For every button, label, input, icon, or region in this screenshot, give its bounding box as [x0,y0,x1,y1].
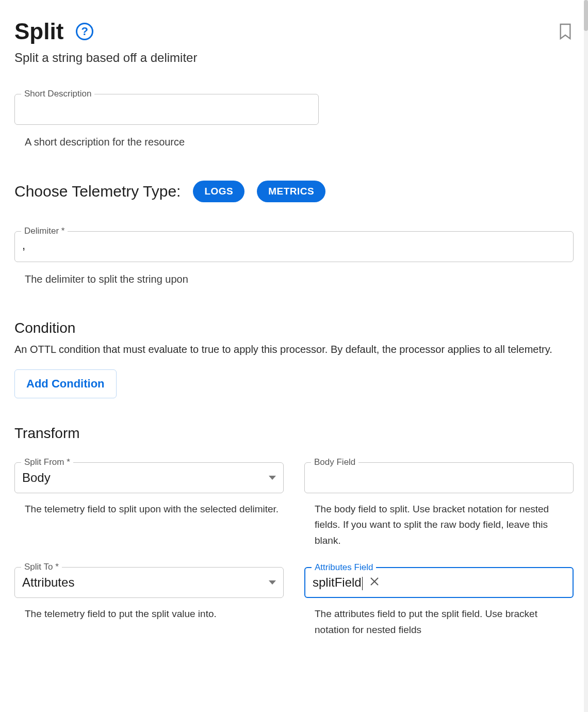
split-to-helper: The telemetry field to put the split val… [25,606,284,622]
short-description-input-wrap[interactable]: Short Description [14,94,319,125]
telemetry-pill-metrics[interactable]: METRICS [257,181,325,202]
help-icon[interactable]: ? [76,23,93,40]
chevron-down-icon [269,476,276,480]
header-row: Split ? [14,19,574,44]
text-cursor [362,577,363,590]
condition-description: An OTTL condition that must evaluate to … [14,342,574,357]
short-description-label: Short Description [21,89,94,99]
body-field-input[interactable] [312,471,566,484]
attributes-field-label: Attributes Field [312,562,376,573]
body-field-helper: The body field to split. Use bracket not… [315,501,574,548]
short-description-helper: A short description for the resource [25,134,574,150]
bookmark-icon[interactable] [557,22,574,41]
add-condition-button[interactable]: Add Condition [14,369,117,398]
delimiter-input-wrap[interactable]: Delimiter * [14,231,574,262]
delimiter-helper: The delimiter to split the string upon [25,271,574,287]
clear-icon[interactable] [368,576,381,589]
delimiter-label: Delimiter * [21,226,68,236]
transform-title: Transform [14,425,574,442]
short-description-input[interactable] [22,102,311,115]
transform-grid-row1: Split From * Body The telemetry field to… [14,462,574,548]
attributes-field-input-wrap[interactable]: Attributes Field splitField [304,567,574,598]
split-to-label: Split To * [21,562,62,572]
telemetry-section-label: Choose Telemetry Type: [14,183,181,200]
body-field-input-wrap[interactable]: Body Field [304,462,574,493]
split-from-label: Split From * [21,457,73,467]
split-to-select[interactable]: Split To * Attributes [14,567,284,598]
scrollbar[interactable] [584,0,588,712]
attributes-field-helper: The attributes field to put the split fi… [315,606,574,638]
split-to-value: Attributes [22,575,74,590]
attributes-field-value: splitField [313,575,363,590]
page-subtitle: Split a string based off a delimiter [14,51,574,65]
split-from-select[interactable]: Split From * Body [14,462,284,493]
split-from-helper: The telemetry field to split upon with t… [25,501,284,517]
scrollbar-thumb[interactable] [584,0,588,31]
telemetry-row: Choose Telemetry Type: LOGS METRICS [14,181,574,202]
page-title: Split [14,19,63,44]
delimiter-input[interactable] [22,239,566,252]
title-group: Split ? [14,19,93,44]
chevron-down-icon [269,580,276,585]
split-from-col: Split From * Body The telemetry field to… [14,462,284,548]
body-field-label: Body Field [311,457,358,467]
split-to-col: Split To * Attributes The telemetry fiel… [14,567,284,638]
body-field-col: Body Field The body field to split. Use … [304,462,574,548]
attributes-field-col: Attributes Field splitField The attribut… [304,567,574,638]
telemetry-pill-logs[interactable]: LOGS [193,181,244,202]
condition-title: Condition [14,320,574,336]
split-from-value: Body [22,471,51,485]
transform-grid-row2: Split To * Attributes The telemetry fiel… [14,567,574,638]
short-description-field: Short Description A short description fo… [14,94,574,150]
